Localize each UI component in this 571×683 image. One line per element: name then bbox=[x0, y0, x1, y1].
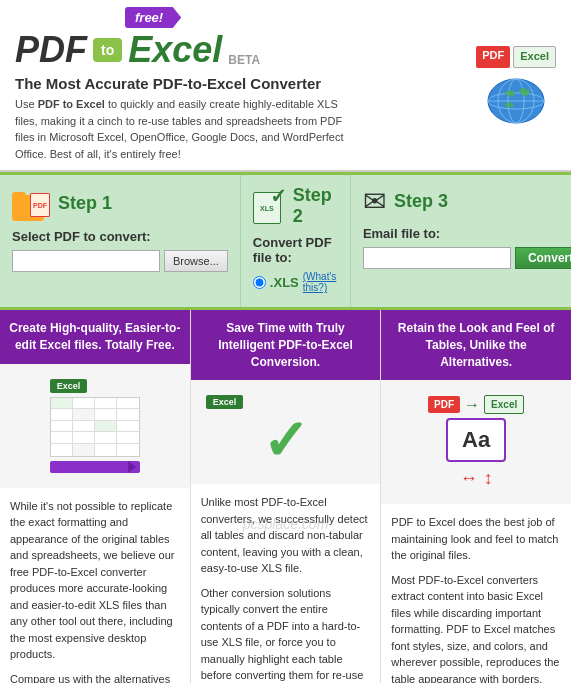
feature-1-p2: Compare us with the alternatives by sear… bbox=[10, 671, 180, 683]
xls-format-label: .XLS bbox=[270, 275, 299, 290]
step-3-label: Email file to: bbox=[363, 226, 571, 241]
step-1-icon: PDF bbox=[12, 185, 50, 221]
header-section: free! PDF to Excel BETA The Most Accurat… bbox=[0, 0, 571, 172]
step-1-num: Step 1 bbox=[58, 193, 112, 214]
step-1-file-input[interactable] bbox=[12, 250, 160, 272]
feature-1-header: Create High-quality, Easier-to-edit Exce… bbox=[0, 310, 190, 364]
excel-badge-3: Excel bbox=[484, 395, 524, 414]
logo-row: PDF to Excel BETA bbox=[15, 29, 355, 71]
feature-3-p2: Most PDF-to-Excel converters extract con… bbox=[391, 572, 561, 683]
globe-icon bbox=[484, 71, 549, 126]
feature-3-body: PDF to Excel does the best job of mainta… bbox=[381, 504, 571, 683]
feature-2-visual: Excel ✓ bbox=[191, 380, 381, 484]
step-1-block: PDF Step 1 Select PDF to convert: Browse… bbox=[0, 175, 241, 307]
feature-2-header: Save Time with Truly Intelligent PDF-to-… bbox=[191, 310, 381, 380]
step-2-header: XLS ✓ Step 2 bbox=[253, 185, 338, 227]
step-1-header: PDF Step 1 bbox=[12, 185, 228, 221]
excel-tag-2: Excel bbox=[206, 395, 244, 409]
feature-2-col: Save Time with Truly Intelligent PDF-to-… bbox=[191, 310, 382, 683]
feature-1-body: While it's not possible to replicate the… bbox=[0, 488, 190, 683]
feature-1-col: Create High-quality, Easier-to-edit Exce… bbox=[0, 310, 191, 683]
steps-section: PDF Step 1 Select PDF to convert: Browse… bbox=[0, 172, 571, 310]
logo-excel: Excel bbox=[128, 29, 222, 71]
convert-button[interactable]: Convert bbox=[515, 247, 571, 269]
step-3-email-input[interactable] bbox=[363, 247, 511, 269]
logo-to: to bbox=[93, 38, 122, 62]
tagline: The Most Accurate PDF-to-Excel Converter bbox=[15, 75, 355, 92]
feature-2-p2: Other conversion solutions typically con… bbox=[201, 585, 371, 683]
description: Use PDF to Excel to quickly and easily c… bbox=[15, 96, 355, 162]
header-graphic: PDF Excel bbox=[476, 46, 556, 125]
step-1-label: Select PDF to convert: bbox=[12, 229, 228, 244]
step-3-block: ✉ Step 3 Email file to: Convert bbox=[351, 175, 571, 307]
free-badge: free! bbox=[125, 10, 181, 25]
step-3-icon: ✉ bbox=[363, 185, 386, 218]
feature-2-p1: Unlike most PDF-to-Excel converters, we … bbox=[201, 494, 371, 577]
step-2-num: Step 2 bbox=[293, 185, 338, 227]
whats-this-link[interactable]: (What's this?) bbox=[303, 271, 338, 293]
step-3-input-row[interactable]: Convert bbox=[363, 247, 571, 269]
excel-badge: Excel bbox=[513, 46, 556, 67]
step-1-input-row[interactable]: Browse... bbox=[12, 250, 228, 272]
step-2-block: XLS ✓ Step 2 Convert PDF file to: .XLS (… bbox=[241, 175, 351, 307]
feature-3-visual: PDF → Excel Aa ↔ ↕ bbox=[381, 380, 571, 504]
feature-2-body: Unlike most PDF-to-Excel converters, we … bbox=[191, 484, 381, 683]
feature-3-col: Retain the Look and Feel of Tables, Unli… bbox=[381, 310, 571, 683]
step-3-header: ✉ Step 3 bbox=[363, 185, 571, 218]
pdf-excel-badges: PDF Excel bbox=[476, 46, 556, 67]
feature-3-p1: PDF to Excel does the best job of mainta… bbox=[391, 514, 561, 564]
desc-bold: PDF to Excel bbox=[38, 98, 105, 110]
big-checkmark-icon: ✓ bbox=[262, 413, 309, 469]
step-2-radio-row[interactable]: .XLS (What's this?) bbox=[253, 271, 338, 293]
arrows-row: ↔ ↕ bbox=[460, 468, 493, 489]
excel-tag: Excel bbox=[50, 379, 88, 393]
feature-1-p1: While it's not possible to replicate the… bbox=[10, 498, 180, 663]
logo-pdf: PDF bbox=[15, 29, 87, 71]
features-section: pcsplace.com Create High-quality, Easier… bbox=[0, 310, 571, 683]
step-2-label: Convert PDF file to: bbox=[253, 235, 338, 265]
step-2-icon: XLS ✓ bbox=[253, 188, 285, 224]
aa-block: Aa bbox=[446, 418, 506, 462]
pdf-badge: PDF bbox=[476, 46, 510, 67]
step-3-num: Step 3 bbox=[394, 191, 448, 212]
browse-button[interactable]: Browse... bbox=[164, 250, 228, 272]
header-left: free! PDF to Excel BETA The Most Accurat… bbox=[15, 10, 355, 162]
desc-prefix: Use bbox=[15, 98, 38, 110]
pdf-badge-3: PDF bbox=[428, 396, 460, 413]
logo-beta: BETA bbox=[228, 53, 260, 67]
feature-1-visual: Excel bbox=[0, 364, 190, 488]
feature-3-header: Retain the Look and Feel of Tables, Unli… bbox=[381, 310, 571, 380]
xls-radio[interactable] bbox=[253, 276, 266, 289]
